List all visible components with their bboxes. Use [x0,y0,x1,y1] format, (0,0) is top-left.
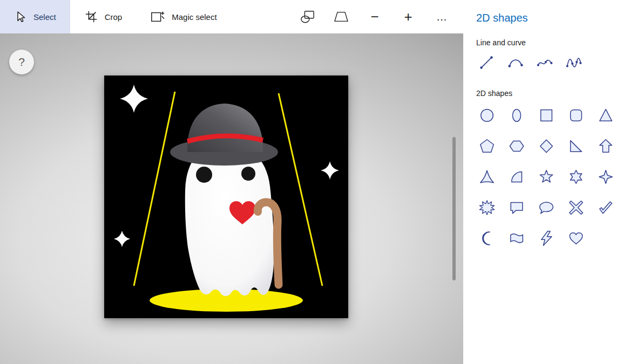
line-icon [477,53,496,72]
crop-tool-button[interactable]: Crop [70,0,137,33]
zoom-in-button[interactable]: + [398,7,418,26]
shape-lightning-button[interactable] [531,223,561,253]
help-glyph: ? [18,56,25,68]
shape-curved-triangle-button[interactable] [472,161,502,192]
multi-point-curve-tool-button[interactable] [530,50,559,75]
speech-bubble-round-icon [538,199,555,216]
shape-heart-button[interactable] [561,223,591,253]
3d-view-icon [300,10,315,24]
drawing-canvas[interactable] [104,75,348,318]
curved-triangle-icon [478,168,496,186]
triangle-icon [597,107,614,124]
banner-icon [508,230,525,247]
2d-canvas-button[interactable] [331,7,351,26]
shape-crescent-button[interactable] [472,223,502,253]
scrollbar-thumb[interactable] [452,137,456,280]
shape-circle-button[interactable] [472,100,502,131]
heart-icon [567,230,585,247]
cross-icon [567,199,585,216]
square-icon [538,107,555,124]
lightning-icon [538,230,555,247]
wave-curve-tool-button[interactable] [559,50,588,75]
shape-quarter-circle-button[interactable] [502,161,531,192]
canvas-workspace: ? [0,33,463,364]
right-triangle-icon [567,138,585,155]
shape-speech-bubble-round-button[interactable] [531,192,561,223]
magic-select-tool-label: Magic select [172,12,216,22]
shape-four-point-star-button[interactable] [591,161,620,192]
line-curve-tools [472,50,636,75]
six-point-star-icon [567,168,585,186]
curve-icon [506,53,525,72]
shape-checkmark-button[interactable] [591,192,620,223]
ghost-body [185,143,274,296]
shape-five-point-star-button[interactable] [531,161,561,192]
shape-triangle-button[interactable] [591,100,620,131]
checkmark-icon [597,199,614,216]
diamond-icon [538,138,555,155]
select-tool-button[interactable]: Select [0,0,70,33]
shape-diamond-button[interactable] [531,131,561,161]
zoom-out-button[interactable]: − [365,7,384,26]
ghost-artwork [104,75,348,318]
shapes-panel: 2D shapes Line and curve [463,0,636,364]
shape-burst-button[interactable] [472,192,502,223]
more-options-button[interactable]: … [432,7,451,26]
curve-tool-button[interactable] [501,50,530,75]
shape-speech-bubble-square-button[interactable] [502,192,531,223]
shapes-grid [472,100,636,253]
pentagon-icon [478,138,496,155]
line-tool-button[interactable] [472,50,501,75]
paint3d-app: Select Crop Magic select [0,0,636,364]
shapes-section-label: 2D shapes [476,89,636,98]
crescent-icon [478,230,496,247]
shape-six-point-star-button[interactable] [561,161,591,192]
shape-cross-button[interactable] [561,192,591,223]
select-cursor-icon [14,10,27,23]
circle-icon [478,107,496,124]
3d-view-button[interactable] [298,7,317,26]
shape-banner-button[interactable] [502,223,531,253]
top-toolbar: Select Crop Magic select [0,0,463,33]
panel-title: 2D shapes [476,12,636,24]
crop-tool-label: Crop [105,12,123,22]
shape-rounded-square-button[interactable] [561,100,591,131]
shape-arrow-up-button[interactable] [591,131,620,161]
hexagon-icon [508,138,525,155]
shape-oval-button[interactable] [502,100,531,131]
ghost-right-eye [241,167,255,181]
help-button[interactable]: ? [9,50,34,74]
vertical-scrollbar[interactable] [452,33,456,364]
rounded-square-icon [567,107,585,124]
four-point-star-icon [597,168,614,186]
magic-select-icon [150,10,165,24]
toolbar-view-controls: − + … [298,0,463,33]
select-tool-label: Select [33,12,56,22]
wave-curve-icon [565,53,583,72]
burst-icon [478,199,496,216]
oval-icon [508,107,525,124]
crop-icon [84,10,98,24]
shape-pentagon-button[interactable] [472,131,502,161]
shape-hexagon-button[interactable] [502,131,531,161]
multi-point-curve-icon [536,53,554,72]
shape-right-triangle-button[interactable] [561,131,591,161]
quarter-circle-icon [508,168,525,186]
arrow-up-icon [597,138,614,155]
2d-canvas-icon [334,10,349,24]
ghost-left-eye [196,167,212,183]
five-point-star-icon [538,168,555,186]
shape-square-button[interactable] [531,100,561,131]
magic-select-tool-button[interactable]: Magic select [136,0,231,33]
line-curve-section-label: Line and curve [476,38,636,47]
speech-bubble-square-icon [508,199,525,216]
